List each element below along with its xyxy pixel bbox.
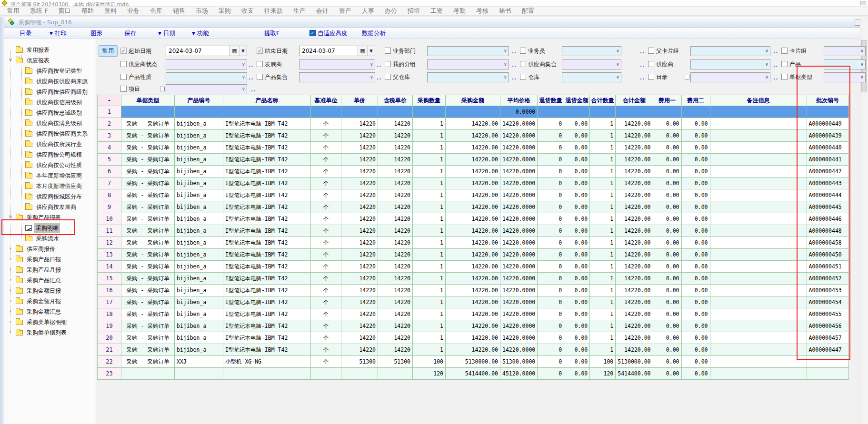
calendar-icon[interactable]: ▦ <box>229 46 239 56</box>
row-number-cell[interactable]: 2 <box>98 118 121 130</box>
column-header[interactable]: 含税单价 <box>378 95 413 106</box>
cell[interactable]: 1 <box>590 118 616 130</box>
cell[interactable]: 0.00 <box>681 296 710 308</box>
cell[interactable]: 个 <box>311 142 341 154</box>
filter-supplier-set-checkbox[interactable] <box>520 61 526 67</box>
cell[interactable]: 0.00 <box>681 142 710 154</box>
filter-parent-warehouse-checkbox[interactable] <box>385 74 391 80</box>
tree-item[interactable]: 采购产品汇总 <box>16 275 62 286</box>
filter-parent-warehouse-combobox[interactable]: ∨ <box>427 72 509 82</box>
cell[interactable]: 0.00 <box>653 261 681 273</box>
row-number-cell[interactable]: 17 <box>98 296 121 308</box>
more-options-dots[interactable]: .. <box>640 49 645 55</box>
cell[interactable]: 14220.0000 <box>500 344 538 356</box>
data-analysis-button[interactable]: 数据分析 <box>362 29 386 38</box>
cell[interactable]: 0.00 <box>564 130 590 142</box>
row-number-cell[interactable]: 5 <box>98 154 121 166</box>
cell[interactable]: 5414400.00 <box>616 368 653 380</box>
cell[interactable]: 1 <box>590 130 616 142</box>
row-number-cell[interactable]: 11 <box>98 225 121 237</box>
menu-item[interactable]: 帮助 <box>76 7 99 15</box>
cell[interactable]: 1 <box>413 201 446 213</box>
cell[interactable]: 14220.00 <box>616 130 653 142</box>
cell[interactable]: 14220.00 <box>446 237 500 249</box>
cell[interactable]: 小型机-XG-NG <box>223 356 311 368</box>
cell[interactable]: 14220.00 <box>616 261 653 273</box>
filter-catalog-combobox[interactable]: ∨ <box>690 72 770 82</box>
cell[interactable]: I型笔记本电脑-IBM T42 <box>223 142 311 154</box>
menu-item[interactable]: 系统 F <box>25 7 53 15</box>
filter-product-set-combobox[interactable]: ∨ <box>299 72 375 82</box>
cell[interactable] <box>223 106 311 118</box>
filter-salesman-combobox[interactable]: ∨ <box>562 46 621 56</box>
more-options-dots[interactable]: .. <box>512 75 517 81</box>
cell[interactable]: 14220 <box>341 308 378 320</box>
cell[interactable]: 0.00 <box>564 166 590 177</box>
cell[interactable]: 14220 <box>341 189 378 201</box>
cell[interactable]: 1 <box>413 344 446 356</box>
cell[interactable]: bijiben_a <box>175 344 223 356</box>
column-header[interactable]: 采购数量 <box>413 95 446 106</box>
tree-expand-arrow-icon[interactable]: › <box>8 287 13 293</box>
cell[interactable]: 14220 <box>378 154 413 166</box>
cell[interactable]: 1 <box>413 308 446 320</box>
cell[interactable]: 0.00 <box>653 142 681 154</box>
cell[interactable]: 0.00 <box>564 213 590 225</box>
cell[interactable] <box>446 106 500 118</box>
cell[interactable]: 14220 <box>378 285 413 296</box>
cell[interactable] <box>710 142 807 154</box>
more-options-dots[interactable]: .. <box>773 75 778 81</box>
cell[interactable]: 14220.00 <box>616 332 653 344</box>
cell[interactable]: 14220 <box>341 261 378 273</box>
cell[interactable]: 采购 - 采购订单 <box>121 130 175 142</box>
cell[interactable] <box>710 332 807 344</box>
cell[interactable]: 0.00 <box>653 320 681 332</box>
cell[interactable]: 0 <box>538 142 564 154</box>
tree-item[interactable]: 采购金额日报 <box>16 286 62 296</box>
tree-item[interactable]: 采购类单据明细 <box>16 317 68 327</box>
cell[interactable]: 14220.00 <box>446 308 500 320</box>
cell[interactable]: 0.00 <box>564 296 590 308</box>
cell[interactable]: 14220 <box>378 332 413 344</box>
toolbar-chart-button[interactable]: 图形 <box>90 29 102 38</box>
cell[interactable]: 0 <box>538 285 564 296</box>
cell[interactable] <box>710 261 807 273</box>
cell[interactable]: bijiben_a <box>175 332 223 344</box>
cell[interactable]: 个 <box>311 249 341 261</box>
row-number-cell[interactable]: 1 <box>98 106 121 118</box>
cell[interactable]: bijiben_a <box>175 201 223 213</box>
cell[interactable] <box>710 237 807 249</box>
cell[interactable]: 1 <box>590 249 616 261</box>
cell[interactable]: 14220.00 <box>446 332 500 344</box>
menu-item[interactable]: 资料 <box>99 7 122 15</box>
filter-start-date-checkbox[interactable]: ✓ <box>120 48 127 54</box>
filter-warehouse-checkbox[interactable] <box>520 74 526 80</box>
cell[interactable]: 0.00 <box>653 118 681 130</box>
cell[interactable] <box>710 213 807 225</box>
cell[interactable]: 5414400.00 <box>446 368 500 380</box>
cell[interactable]: 14220.00 <box>446 142 500 154</box>
cell[interactable]: I型笔记本电脑-IBM T42 <box>223 285 311 296</box>
column-header[interactable]: 单价 <box>341 95 378 106</box>
cell[interactable]: 14220 <box>378 177 413 189</box>
menu-item[interactable]: 仓库 <box>145 7 168 15</box>
column-header[interactable]: 备注信息 <box>710 95 807 106</box>
cell[interactable]: 100 <box>590 356 616 368</box>
cell[interactable]: 14220.0000 <box>500 177 538 189</box>
cell[interactable]: 个 <box>311 177 341 189</box>
cell[interactable] <box>710 273 807 285</box>
cell[interactable]: 14220 <box>378 261 413 273</box>
cell[interactable]: 个 <box>311 356 341 368</box>
cell[interactable] <box>710 106 807 118</box>
cell[interactable] <box>710 154 807 166</box>
cell[interactable]: 14220.00 <box>446 130 500 142</box>
cell[interactable]: 0.00 <box>564 285 590 296</box>
filter-end-date-input[interactable]: 2024-03-07▦▼ <box>299 46 375 56</box>
cell[interactable]: I型笔记本电脑-IBM T42 <box>223 130 311 142</box>
menu-item[interactable]: 生产 <box>288 7 311 15</box>
tree-item[interactable]: 供应商按城区分布 <box>25 191 83 202</box>
tree-item[interactable]: 本年度新增供应商 <box>25 170 83 181</box>
cell[interactable] <box>311 106 341 118</box>
cell[interactable]: bijiben_a <box>175 273 223 285</box>
cell[interactable]: 14220.00 <box>616 237 653 249</box>
